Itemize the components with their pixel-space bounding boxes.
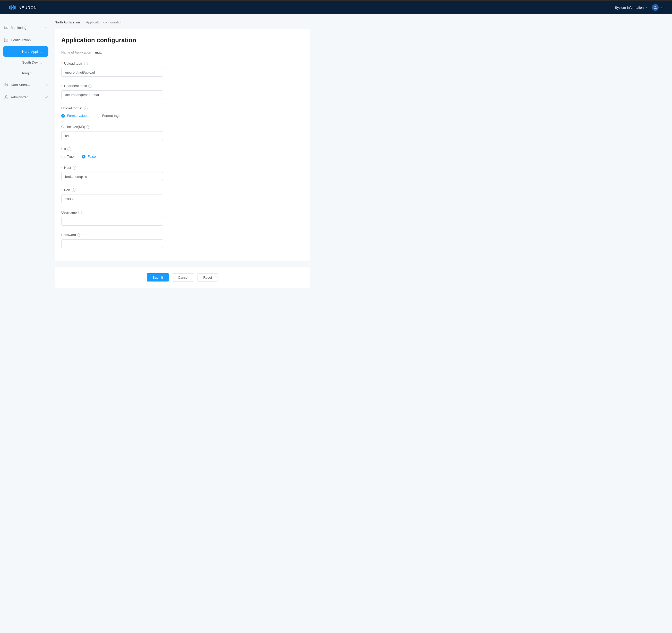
field-label-text: Heartbeat topic — [64, 84, 87, 88]
radio-format-values[interactable]: Format-values — [61, 114, 88, 118]
info-icon[interactable]: i — [77, 233, 81, 237]
field-label-text: Ssl — [61, 147, 66, 151]
port-input[interactable] — [61, 195, 163, 203]
form-card: Application configuration Name of Applic… — [54, 29, 310, 261]
heartbeat-topic-input[interactable] — [61, 90, 163, 99]
field-username: Username i — [61, 210, 303, 226]
sidebar-label: Administrat… — [11, 95, 31, 99]
radio-label: True — [67, 155, 74, 158]
header-right: System Information — [615, 4, 663, 11]
info-icon[interactable]: i — [78, 211, 82, 214]
system-information-label: System Information — [615, 6, 644, 9]
field-heartbeat-topic: * Heartbeat topic i — [61, 84, 303, 99]
sidebar: Monitoring Configuration North Appli… So… — [0, 14, 51, 633]
breadcrumb: North Application / Application configur… — [54, 20, 310, 24]
field-port: * Port i — [61, 188, 303, 203]
host-input[interactable] — [61, 172, 163, 181]
field-cache-size: Cache size(MB) i — [61, 125, 303, 140]
radio-label: Format-tags — [102, 114, 120, 118]
reset-button[interactable]: Reset — [197, 273, 218, 281]
monitoring-icon — [4, 25, 8, 30]
configuration-icon — [4, 38, 8, 42]
sidebar-item-plugin[interactable]: Plugin — [3, 68, 48, 78]
action-buttons-card: Submit Cancel Reset — [54, 267, 310, 288]
app-name-value: mqtt — [95, 50, 101, 54]
system-information-menu[interactable]: System Information — [615, 6, 648, 9]
sidebar-item-configuration[interactable]: Configuration — [0, 34, 51, 46]
info-icon[interactable]: i — [88, 84, 92, 88]
user-avatar[interactable] — [652, 4, 658, 11]
app-header: NEURON System Information — [0, 0, 672, 14]
svg-point-2 — [5, 39, 5, 40]
field-label-text: Password — [61, 233, 76, 237]
required-marker: * — [61, 166, 63, 170]
password-input[interactable] — [61, 239, 163, 248]
data-stream-icon — [4, 83, 8, 87]
radio-label: Format-values — [67, 114, 88, 118]
radio-format-tags[interactable]: Format-tags — [97, 114, 120, 118]
field-label-text: Upload topic — [64, 61, 83, 65]
field-label-text: Port — [64, 188, 70, 192]
sidebar-label: Monitoring — [11, 26, 26, 30]
username-input[interactable] — [61, 217, 163, 226]
cancel-button[interactable]: Cancel — [172, 273, 194, 281]
radio-icon — [82, 155, 86, 158]
sidebar-label: Configuration — [11, 38, 31, 42]
field-label-text: Cache size(MB) — [61, 125, 85, 129]
info-icon[interactable]: i — [87, 125, 90, 129]
info-icon[interactable]: i — [84, 106, 88, 110]
administration-icon — [4, 95, 8, 99]
chevron-down-icon[interactable] — [661, 6, 664, 8]
cache-size-input[interactable] — [61, 131, 163, 140]
user-icon — [653, 6, 657, 9]
sidebar-item-monitoring[interactable]: Monitoring — [0, 21, 51, 34]
sidebar-item-administration[interactable]: Administrat… — [0, 91, 51, 103]
brand-text: NEURON — [19, 5, 37, 10]
radio-ssl-false[interactable]: False — [82, 155, 96, 158]
chevron-down-icon — [45, 96, 47, 99]
main-content: North Application / Application configur… — [51, 14, 319, 633]
breadcrumb-item-1[interactable]: North Application — [54, 20, 80, 24]
svg-point-3 — [6, 40, 6, 41]
info-icon[interactable]: i — [72, 188, 75, 192]
required-marker: * — [61, 188, 63, 192]
field-ssl: Ssl i True False — [61, 147, 303, 158]
radio-icon — [61, 114, 65, 118]
breadcrumb-item-2: Application configuration — [86, 20, 123, 24]
sidebar-item-north-application[interactable]: North Appli… — [3, 46, 48, 57]
info-icon[interactable]: i — [73, 166, 76, 170]
breadcrumb-separator: / — [82, 20, 83, 24]
app-name-row: Name of Application mqtt — [61, 50, 303, 54]
field-label-text: Username — [61, 210, 77, 214]
info-icon[interactable]: i — [84, 62, 88, 65]
sidebar-label: North Appli… — [22, 50, 42, 53]
field-upload-format: Upload format i Format-values Format-tag… — [61, 106, 303, 118]
chevron-down-icon — [646, 6, 649, 8]
svg-point-4 — [7, 40, 7, 40]
field-password: Password i — [61, 233, 303, 248]
upload-topic-input[interactable] — [61, 68, 163, 77]
chevron-down-icon — [45, 83, 47, 86]
main-container: Monitoring Configuration North Appli… So… — [0, 14, 672, 633]
radio-ssl-true[interactable]: True — [61, 155, 74, 158]
required-marker: * — [61, 61, 63, 65]
sidebar-item-south-devices[interactable]: South Devi… — [3, 57, 48, 68]
radio-icon — [61, 155, 65, 158]
sidebar-item-data-stream[interactable]: Data Strea… — [0, 78, 51, 91]
page-title: Application configuration — [61, 36, 303, 44]
sidebar-label: Data Strea… — [11, 83, 30, 87]
radio-icon — [97, 114, 100, 118]
svg-rect-0 — [4, 26, 8, 29]
field-upload-topic: * Upload topic i — [61, 61, 303, 77]
brand-logo[interactable]: NEURON — [9, 5, 37, 10]
sidebar-label: Plugin — [22, 71, 31, 75]
chevron-down-icon — [45, 26, 47, 29]
neuron-logo-icon — [9, 5, 16, 10]
submit-button[interactable]: Submit — [147, 273, 169, 281]
chevron-up-icon — [45, 39, 47, 42]
info-icon[interactable]: i — [68, 148, 71, 151]
field-label-text: Host — [64, 166, 71, 170]
sidebar-label: South Devi… — [22, 60, 42, 64]
required-marker: * — [61, 84, 63, 88]
svg-point-5 — [5, 96, 7, 97]
